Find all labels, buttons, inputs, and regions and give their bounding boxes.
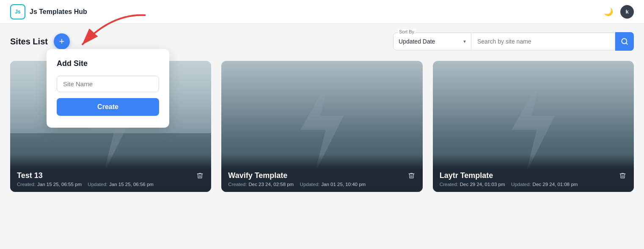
created-label: Created: (17, 182, 36, 187)
add-site-popup: Add Site Create (47, 49, 169, 128)
card-footer: Test 13 Created: Jan 15 25, 06:55 pm Upd… (10, 154, 211, 192)
delete-card-button[interactable] (618, 171, 627, 180)
filter-area: Sort By Updated Date ▾ (393, 32, 634, 51)
card-name: Wavify Template (228, 171, 287, 180)
updated-label: Updated: (88, 182, 107, 187)
updated-label: Updated: (300, 182, 320, 187)
theme-toggle-button[interactable]: 🌙 (602, 5, 615, 19)
sites-header: Sites List + Sort By Updated Date ▾ (10, 32, 634, 51)
updated-date: Jan 15 25, 06:56 pm (109, 182, 154, 187)
sort-value: Updated Date (399, 38, 460, 45)
trash-icon (196, 172, 204, 179)
svg-line-2 (626, 43, 627, 44)
trash-icon (619, 172, 626, 179)
site-card[interactable]: Wavify Template Created: Dec 23 24, 02:5… (221, 61, 422, 192)
popup-title: Add Site (57, 59, 159, 68)
created-label: Created: (228, 182, 247, 187)
site-name-input[interactable] (57, 76, 159, 92)
user-avatar[interactable]: k (620, 5, 634, 19)
card-name: Laytr Template (440, 171, 493, 180)
add-site-button[interactable]: + (54, 33, 70, 49)
sites-header-left: Sites List + (10, 33, 70, 49)
created-label: Created: (440, 182, 458, 187)
card-dates: Created: Jan 15 25, 06:55 pm Updated: Ja… (17, 182, 204, 187)
search-input-wrap (471, 33, 615, 50)
card-dates: Created: Dec 29 24, 01:03 pm Updated: De… (440, 182, 627, 187)
site-card[interactable]: Laytr Template Created: Dec 29 24, 01:03… (433, 61, 634, 192)
card-name: Test 13 (17, 171, 43, 180)
page-title: Sites List (10, 37, 48, 47)
main-content: Sites List + Sort By Updated Date ▾ (0, 24, 644, 200)
card-footer: Wavify Template Created: Dec 23 24, 02:5… (221, 154, 422, 192)
search-button[interactable] (615, 32, 634, 51)
search-icon (621, 38, 628, 45)
card-dates: Created: Dec 23 24, 02:58 pm Updated: Ja… (228, 182, 416, 187)
created-date: Dec 23 24, 02:58 pm (248, 182, 294, 187)
delete-card-button[interactable] (407, 171, 416, 180)
header-right: 🌙 k (602, 5, 634, 19)
header-left: Js Js Templates Hub (10, 4, 87, 19)
delete-card-button[interactable] (195, 171, 204, 180)
card-footer: Laytr Template Created: Dec 29 24, 01:03… (433, 154, 634, 192)
created-date: Jan 15 25, 06:55 pm (37, 182, 82, 187)
search-input[interactable] (471, 33, 615, 50)
updated-date: Dec 29 24, 01:08 pm (533, 182, 578, 187)
app-logo: Js (10, 4, 25, 19)
app-header: Js Js Templates Hub 🌙 k (0, 0, 644, 24)
card-name-row: Laytr Template (440, 171, 627, 180)
updated-date: Jan 01 25, 10:40 pm (321, 182, 366, 187)
updated-label: Updated: (511, 182, 531, 187)
card-name-row: Test 13 (17, 171, 204, 180)
create-button[interactable]: Create (57, 98, 159, 116)
card-name-row: Wavify Template (228, 171, 416, 180)
trash-icon (408, 172, 415, 179)
sort-dropdown[interactable]: Sort By Updated Date ▾ (393, 33, 471, 50)
app-title: Js Templates Hub (30, 8, 87, 16)
sort-label: Sort By (398, 29, 416, 34)
chevron-down-icon: ▾ (463, 38, 466, 44)
created-date: Dec 29 24, 01:03 pm (460, 182, 505, 187)
